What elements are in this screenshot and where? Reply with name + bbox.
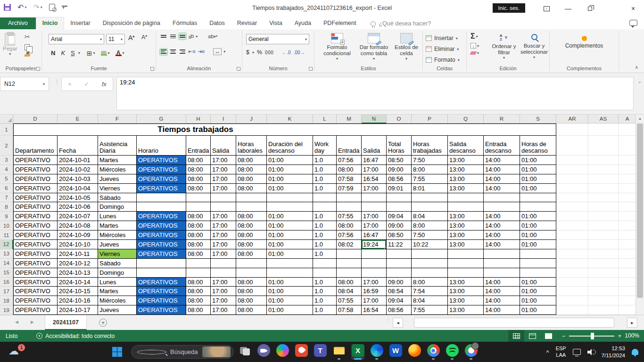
column-header-M[interactable]: M (337, 115, 362, 123)
cell[interactable]: 17:00 (211, 278, 236, 287)
cell[interactable]: 08:56 (387, 305, 412, 315)
search-box[interactable]: Búsqueda (131, 345, 234, 359)
cell[interactable] (362, 259, 387, 268)
sign-in-button[interactable]: Inic. ses. (493, 3, 525, 13)
formula-bar-expand-icon[interactable]: ⌄ (638, 79, 642, 84)
cell[interactable] (137, 193, 186, 203)
column-header-D[interactable]: D (13, 115, 58, 123)
cell[interactable]: 1.0 (313, 305, 337, 315)
column-header-F[interactable]: F (98, 115, 137, 123)
cell[interactable] (556, 240, 588, 249)
cell[interactable]: 01:00 (520, 296, 556, 305)
font-size-combo[interactable]: 11▾ (106, 34, 125, 44)
cell[interactable] (619, 221, 636, 230)
formula-input[interactable]: 19:24 (116, 77, 634, 110)
cell[interactable]: 16:47 (362, 230, 387, 240)
zoom-level[interactable]: 100% (625, 332, 639, 339)
cell[interactable] (362, 202, 387, 212)
cell[interactable] (619, 184, 636, 193)
clock[interactable]: 12:537/11/2024 (602, 345, 625, 359)
cell[interactable]: OPERATIVO (13, 212, 58, 221)
row-header-18[interactable]: 18 (0, 296, 13, 305)
cell[interactable]: 08:00 (236, 278, 267, 287)
clipboard-dialog-launcher[interactable] (36, 67, 40, 71)
cell[interactable]: 17:00 (211, 221, 236, 230)
cell[interactable]: 01:00 (520, 305, 556, 315)
orientation-icon[interactable]: ab (187, 33, 195, 40)
cell[interactable]: OPERATIVO (13, 268, 58, 278)
cell[interactable]: OPERATIVO (13, 165, 58, 174)
cell[interactable]: 2024-10-16 (58, 296, 98, 305)
cell[interactable]: OPERATIVO (13, 174, 58, 184)
cell[interactable] (619, 212, 636, 221)
cell[interactable]: 08:00 (186, 249, 211, 259)
cell[interactable]: 2024-10-13 (58, 268, 98, 278)
undo-icon[interactable]: ↶▾ (17, 3, 26, 12)
cell[interactable]: 14:00 (484, 305, 520, 315)
cell[interactable]: Martes (98, 287, 137, 296)
cell[interactable]: 1.0 (313, 221, 337, 230)
cell[interactable]: 2024-10-06 (58, 202, 98, 212)
header-cell[interactable]: Salida (362, 136, 387, 156)
underline-button[interactable]: S (68, 49, 77, 57)
cell[interactable]: 08:50 (387, 156, 412, 165)
view-page-layout-button[interactable] (524, 330, 540, 342)
cut-icon[interactable]: ✂ (25, 33, 30, 41)
cell[interactable] (267, 193, 313, 203)
cell[interactable]: 10:22 (412, 240, 448, 249)
cell[interactable] (588, 174, 619, 184)
cell[interactable] (619, 136, 636, 156)
cell[interactable]: OPERATIVO (13, 230, 58, 240)
cell[interactable] (236, 268, 267, 278)
cell[interactable] (387, 249, 412, 259)
cell[interactable]: OPERATIVOS (137, 240, 186, 249)
cell[interactable]: 2024-10-10 (58, 240, 98, 249)
cell[interactable]: 14:00 (484, 296, 520, 305)
cell[interactable] (588, 287, 619, 296)
cell[interactable] (520, 268, 556, 278)
column-header-A[interactable]: A (619, 115, 636, 123)
cell[interactable]: 09:04 (387, 296, 412, 305)
column-header-L[interactable]: L (313, 115, 337, 123)
cell[interactable]: OPERATIVO (13, 193, 58, 203)
italic-button[interactable]: K (58, 49, 67, 57)
underline-chevron-icon[interactable]: ▾ (78, 51, 80, 55)
taskbar-app-chrome[interactable] (427, 344, 440, 360)
cell[interactable]: 08:00 (186, 305, 211, 315)
cell[interactable]: Jueves (98, 174, 137, 184)
cell[interactable]: 17:00 (362, 165, 387, 174)
new-sheet-icon[interactable]: + (99, 319, 107, 327)
cell[interactable]: 08:00 (186, 240, 211, 249)
insert-function-icon[interactable]: fx (102, 81, 107, 88)
cell[interactable] (412, 202, 448, 212)
cell[interactable]: 08:54 (387, 287, 412, 296)
column-header-P[interactable]: P (412, 115, 448, 123)
shrink-font-icon[interactable]: A▾ (141, 34, 147, 41)
header-cell[interactable]: Salida descanso (448, 136, 484, 156)
cell[interactable]: 01:00 (267, 174, 313, 184)
cell[interactable]: 11:22 (387, 240, 412, 249)
cell[interactable]: 17:00 (362, 296, 387, 305)
cell[interactable]: 08:56 (387, 174, 412, 184)
cell[interactable] (588, 249, 619, 259)
cell[interactable]: OPERATIVOS (137, 174, 186, 184)
header-cell[interactable]: Entrada descanso (484, 136, 520, 156)
cell[interactable] (267, 259, 313, 268)
increase-indent-icon[interactable]: ⇥≡ (198, 49, 205, 55)
header-cell[interactable]: Entrada (337, 136, 362, 156)
cell[interactable] (556, 123, 588, 136)
cell[interactable] (236, 193, 267, 203)
cell[interactable] (236, 202, 267, 212)
cell[interactable]: Domingo (98, 268, 137, 278)
cell[interactable]: 1.0 (313, 240, 337, 249)
cell[interactable]: 17:00 (211, 156, 236, 165)
cell[interactable]: 16:47 (362, 156, 387, 165)
cell[interactable]: 01:00 (267, 240, 313, 249)
cell[interactable] (619, 174, 636, 184)
row-header-19[interactable]: 19 (0, 305, 13, 315)
column-header-K[interactable]: K (267, 115, 313, 123)
cell[interactable]: 2024-10-05 (58, 193, 98, 203)
cell[interactable] (211, 268, 236, 278)
taskbar-app-word[interactable]: W (389, 344, 402, 360)
copy-icon[interactable] (25, 44, 30, 50)
